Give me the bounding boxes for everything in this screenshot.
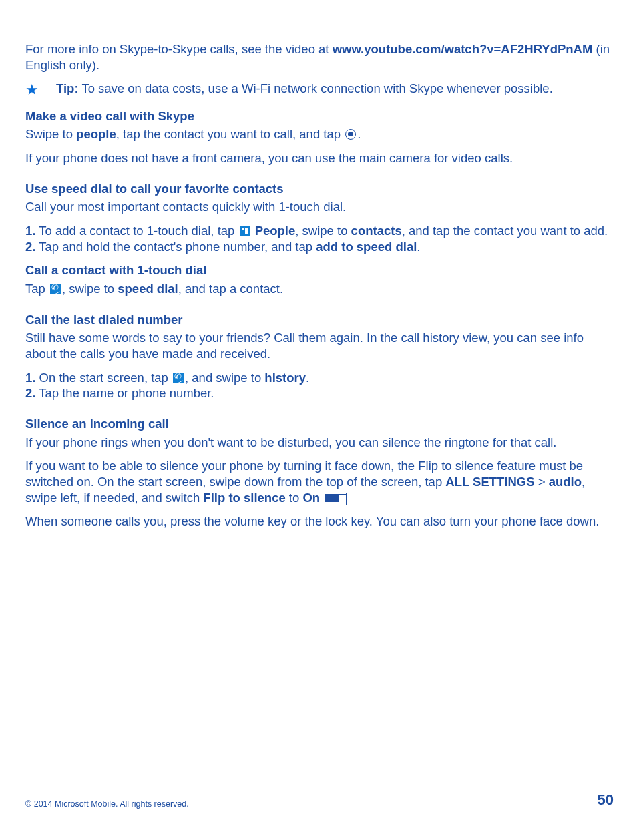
sec3-s2: Tap the name or phone number.	[35, 386, 214, 400]
sec3-s1c: .	[306, 371, 309, 385]
sec2-people-label: People	[252, 224, 296, 238]
sec1-p1a: Swipe to	[25, 127, 76, 141]
sec3-n2: 2.	[25, 386, 35, 400]
sec4-flip: Flip to silence	[203, 491, 285, 505]
tip-body: To save on data costs, use a Wi-Fi netwo…	[79, 81, 553, 95]
sec2-sub-heading: Call a contact with 1-touch dial	[25, 262, 614, 278]
sec1-p1: Swipe to people, tap the contact you wan…	[25, 126, 614, 142]
sec3-n1: 1.	[25, 371, 35, 385]
sec4-heading: Silence an incoming call	[25, 416, 614, 432]
sec1-p1b: , tap the contact you want to call, and …	[116, 127, 344, 141]
sec2-n2: 2.	[25, 240, 35, 254]
sec2-step1: 1. To add a contact to 1-touch dial, tap…	[25, 223, 614, 239]
sec2-addspeed: add to speed dial	[316, 240, 417, 254]
sec1-heading: Make a video call with Skype	[25, 108, 614, 124]
sec1-p1c: .	[357, 127, 361, 141]
sec2-s2a: Tap and hold the contact's phone number,…	[35, 240, 316, 254]
intro-link: www.youtube.com/watch?v=AF2HRYdPnAM	[333, 42, 593, 56]
sec3-history: history	[264, 371, 306, 385]
sec3-step2: 2. Tap the name or phone number.	[25, 385, 614, 401]
copyright: © 2014 Microsoft Mobile. All rights rese…	[25, 799, 189, 809]
sec4-allsettings: ALL SETTINGS	[445, 475, 534, 489]
sec2-sub-p: Tap , swipe to speed dial, and tap a con…	[25, 281, 614, 297]
sec2-s1a: To add a contact to 1-touch dial, tap	[35, 224, 238, 238]
sec2-s1b: , swipe to	[295, 224, 351, 238]
sec1-people: people	[76, 127, 116, 141]
sec4-p3: When someone calls you, press the volume…	[25, 513, 614, 530]
sec4-audio: audio	[549, 475, 582, 489]
sec2-contacts: contacts	[351, 224, 402, 238]
sec2-intro: Call your most important contacts quickl…	[25, 199, 614, 215]
sec2-speeddial: speed dial	[118, 282, 178, 296]
intro-pre: For more info on Skype-to-Skype calls, s…	[25, 42, 333, 56]
video-call-icon	[345, 129, 356, 140]
sec1-p2: If your phone does not have a front came…	[25, 150, 614, 166]
sec2-sub-b: , swipe to	[62, 282, 118, 296]
sec2-s2b: .	[417, 240, 420, 254]
star-icon: ★	[25, 81, 39, 99]
sec2-step2: 2. Tap and hold the contact's phone numb…	[25, 239, 614, 255]
people-tile-icon	[240, 226, 250, 236]
sec2-sub-c: , and tap a contact.	[178, 282, 283, 296]
sec4-p1: If your phone rings when you don't want …	[25, 435, 614, 451]
footer: © 2014 Microsoft Mobile. All rights rese…	[25, 791, 614, 809]
page-number: 50	[598, 791, 614, 809]
tip-label: Tip:	[56, 81, 79, 95]
sec3-s1b: , and swipe to	[185, 371, 264, 385]
sec2-heading: Use speed dial to call your favorite con…	[25, 181, 614, 197]
intro-paragraph: For more info on Skype-to-Skype calls, s…	[25, 41, 614, 73]
tip-row: ★ Tip: To save on data costs, use a Wi-F…	[25, 81, 614, 99]
phone-tile-icon-2	[173, 373, 184, 383]
sec4-to: to	[286, 491, 303, 505]
toggle-on-icon	[325, 494, 347, 503]
sec4-p2: If you want to be able to silence your p…	[25, 458, 614, 505]
sec3-s1a: On the start screen, tap	[35, 371, 172, 385]
sec4-gt: >	[535, 475, 549, 489]
sec3-intro: Still have some words to say to your fri…	[25, 330, 614, 361]
sec4-on: On	[302, 491, 320, 505]
sec2-n1: 1.	[25, 224, 35, 238]
phone-tile-icon	[50, 284, 61, 294]
sec2-s1c: , and tap the contact you want to add.	[402, 224, 608, 238]
sec3-step1: 1. On the start screen, tap , and swipe …	[25, 370, 614, 386]
sec2-sub-a: Tap	[25, 282, 49, 296]
tip-text: Tip: To save on data costs, use a Wi-Fi …	[56, 81, 614, 97]
sec3-heading: Call the last dialed number	[25, 312, 614, 328]
